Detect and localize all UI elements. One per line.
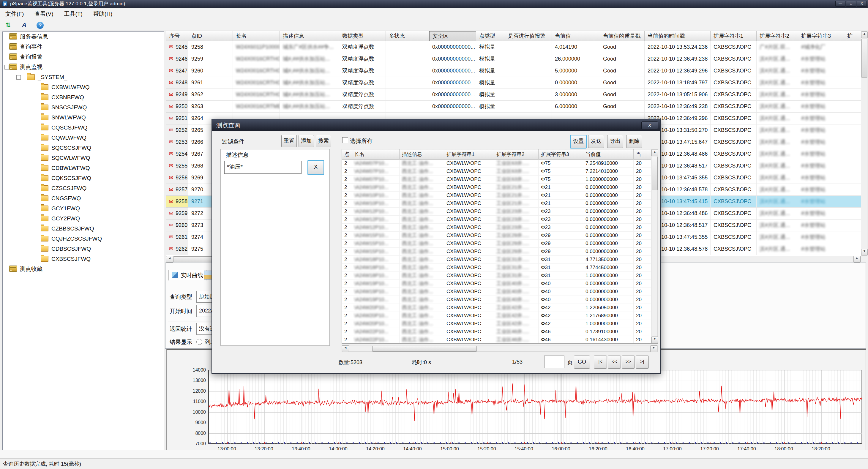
scroll-down-icon[interactable]: ▼ xyxy=(861,249,868,255)
sidebar-item-cngsfwq[interactable]: CNGSFWQ xyxy=(3,193,164,204)
close-button[interactable]: X xyxy=(857,1,867,6)
sidebar-item-cdbscsjfwq[interactable]: CDBSCSJFWQ xyxy=(3,244,164,254)
sidebar-item-cxbscsjfwq[interactable]: CXBSCSJFWQ xyxy=(3,254,164,264)
column-header-9[interactable]: 当前值 xyxy=(552,31,600,41)
column-header-12[interactable]: 扩展字符串1 xyxy=(711,31,756,41)
sidebar-item-cxbnbfwq[interactable]: CXBNBFWQ xyxy=(3,92,164,102)
page-nav-1[interactable]: << xyxy=(608,355,621,369)
dialog-table-row[interactable]: 2\A24W07P10...西北工·油作...CXBWLW\OPC工业区63井.… xyxy=(342,159,651,167)
column-header-1[interactable]: 点ID xyxy=(188,31,233,41)
dialog-table-row[interactable]: 2\A24W22P10...西北工·油作...CXBWLW\OPC工业区46井.… xyxy=(342,336,651,344)
page-nav-3[interactable]: >| xyxy=(636,355,649,369)
column-header-5[interactable]: 多状态 xyxy=(386,31,429,41)
help-icon[interactable]: ? xyxy=(36,22,44,29)
scroll-down-icon[interactable]: ▼ xyxy=(651,337,658,343)
column-header-0[interactable]: 序号 xyxy=(166,31,188,41)
dialog-column-header-0[interactable]: 点 xyxy=(342,149,352,159)
minimize-button[interactable]: — xyxy=(835,1,845,6)
desc-filter-input[interactable]: *油压* xyxy=(224,161,302,174)
sidebar-item-gcy2fwq[interactable]: GCY2FWQ xyxy=(3,214,164,224)
dialog-column-header-2[interactable]: 描述信息 xyxy=(400,149,444,159)
sidebar-item-czscsjfwq[interactable]: CZSCSJFWQ xyxy=(3,183,164,193)
sidebar-item-sqcwlwfwq[interactable]: SQCWLWFWQ xyxy=(3,153,164,163)
dialog-table-row[interactable]: 2\A24W07P10...西北工·油作...CXBWLW\OPC工业区63井.… xyxy=(342,167,651,176)
sidebar-item-cdbwlwfwq[interactable]: CDBWLWFWQ xyxy=(3,163,164,173)
dialog-table-row[interactable]: 2\A24W19P10...西北工·油作...CXBWLW\OPC工业区40井.… xyxy=(342,296,651,304)
dialog-column-header-5[interactable]: 扩展字符串3 xyxy=(538,149,583,159)
column-header-13[interactable]: 扩展字符串2 xyxy=(756,31,798,41)
sidebar-item-测点收藏[interactable]: 测点收藏 xyxy=(3,264,164,274)
sidebar-item-snscsjfwq[interactable]: SNSCSJFWQ xyxy=(3,102,164,113)
dialog-table-row[interactable]: 2\A24W19P10...西北工·油作...CXBWLW\OPC工业区40井.… xyxy=(342,280,651,288)
scroll-up-icon[interactable]: ▲ xyxy=(651,150,658,156)
sidebar-item-查询事件[interactable]: 查询事件 xyxy=(3,42,164,52)
vscroll-thumb[interactable] xyxy=(862,39,867,78)
dialog-table-row[interactable]: 2\A24W07P10...西北工·油作...CXBWLW\OPC工业区63井.… xyxy=(342,176,651,184)
select-all-checkbox[interactable] xyxy=(342,137,348,143)
dialog-vscrollbar[interactable]: ▲ ▼ xyxy=(651,149,658,343)
filter-button-2[interactable]: 搜索 xyxy=(316,135,331,147)
radio-icon[interactable] xyxy=(196,339,202,345)
column-header-6[interactable]: 安全区 xyxy=(429,31,476,41)
column-header-14[interactable]: 扩展字符串3 xyxy=(798,31,844,41)
sidebar-item-cqjhzcscsjfwq[interactable]: CQJHZCSCSJFWQ xyxy=(3,234,164,244)
action-button-0[interactable]: 设置 xyxy=(570,135,587,149)
dialog-table-row[interactable]: 2\A24W22P10...西北工·油作...CXBWLW\OPC工业区46井.… xyxy=(342,328,651,336)
dialog-table-row[interactable]: 2\A24W10P10...西北工·油作...CXBWLW\OPC工业区21井.… xyxy=(342,199,651,208)
scroll-right-icon[interactable]: ► xyxy=(650,345,657,352)
sidebar-item-sqcscsjfwq[interactable]: SQCSCSJFWQ xyxy=(3,143,164,153)
dialog-column-header-6[interactable]: 当前值 xyxy=(583,149,633,159)
clear-filter-button[interactable]: X xyxy=(307,160,324,175)
dialog-column-header-4[interactable]: 扩展字符串2 xyxy=(494,149,538,159)
collapse-icon[interactable] xyxy=(4,65,9,69)
dialog-column-header-7[interactable]: 当 xyxy=(633,149,651,159)
tab-realtime-curve[interactable]: 实时曲线 xyxy=(168,270,207,281)
annotate-icon[interactable]: A xyxy=(20,21,28,29)
table-row[interactable]: ✉92509263W24X0016CRTME...城#,##供水加压站...双精… xyxy=(166,101,862,113)
collapse-icon[interactable] xyxy=(16,75,21,80)
dialog-table-row[interactable]: 2\A24W15P10...西北工·油作...CXBWLW\OPC工业区29井.… xyxy=(342,248,651,256)
sidebar-item-gcy1fwq[interactable]: GCY1FWQ xyxy=(3,204,164,214)
sidebar-item-查询报警[interactable]: 查询报警 xyxy=(3,52,164,62)
sidebar-item-cqwlwfwq[interactable]: CQWLWFWQ xyxy=(3,133,164,143)
dialog-table-row[interactable]: 2\A24W12P10...西北工·油作...CXBWLW\OPC工业区23井.… xyxy=(342,216,651,224)
sidebar-item-czbbscsjfwq[interactable]: CZBBSCSJFWQ xyxy=(3,224,164,234)
dialog-column-header-3[interactable]: 扩展字符串1 xyxy=(444,149,494,159)
table-row[interactable]: ✉92479260W24X0016CRTHO...城#,##供水加压站...双精… xyxy=(166,65,862,77)
menu-item-0[interactable]: 文件(F) xyxy=(0,8,29,20)
filter-button-1[interactable]: 添加 xyxy=(299,135,314,147)
dialog-column-header-1[interactable]: 长名 xyxy=(352,149,400,159)
scroll-right-icon[interactable]: ► xyxy=(854,256,861,262)
dialog-table-row[interactable]: 2\A24W12P10...西北工·油作...CXBWLW\OPC工业区23井.… xyxy=(342,208,651,216)
dialog-table-row[interactable]: 2\A24W18P10...西北工·油作...CXBWLW\OPC工业区31井.… xyxy=(342,272,651,280)
dialog-table-row[interactable]: 2\A24W18P10...西北工·油作...CXBWLW\OPC工业区31井.… xyxy=(342,256,651,264)
dialog-table-row[interactable]: 2\A24W10P10...西北工·油作...CXBWLW\OPC工业区21井.… xyxy=(342,184,651,192)
column-header-11[interactable]: 当前值的时间戳 xyxy=(645,31,711,41)
scroll-left-icon[interactable]: ◄ xyxy=(342,345,349,352)
dialog-title-bar[interactable]: 测点查询 xyxy=(212,119,660,131)
sidebar-item-测点监视[interactable]: 测点监视 xyxy=(3,62,164,72)
filter-button-0[interactable]: 重置 xyxy=(281,135,297,147)
dialog-table-row[interactable]: 2\A24W20P10...西北工·油作...CXBWLW\OPC工业区42井.… xyxy=(342,312,651,320)
sidebar-item-cqkscsjfwq[interactable]: CQKSCSJFWQ xyxy=(3,173,164,183)
table-row[interactable]: ✉92469259W24X0016CRTHO...城#,##供水加压站...双精… xyxy=(166,53,862,65)
action-button-1[interactable]: 发送 xyxy=(588,135,604,148)
action-button-2[interactable]: 导出 xyxy=(607,135,623,148)
dialog-table-row[interactable]: 2\A24W15P10...西北工·油作...CXBWLW\OPC工业区29井.… xyxy=(342,240,651,248)
menu-item-1[interactable]: 查看(V) xyxy=(29,8,59,20)
column-header-3[interactable]: 描述信息 xyxy=(280,31,339,41)
dialog-vscroll-thumb[interactable] xyxy=(652,157,658,190)
sidebar-item-snwlwfwq[interactable]: SNWLWFWQ xyxy=(3,113,164,123)
menu-item-3[interactable]: 帮助(H) xyxy=(88,8,118,20)
menu-item-2[interactable]: 工具(T) xyxy=(59,8,88,20)
scroll-left-icon[interactable]: ◄ xyxy=(166,256,173,262)
page-nav-0[interactable]: |< xyxy=(594,355,607,369)
dialog-hscrollbar[interactable]: ◄ ► xyxy=(342,345,658,352)
sidebar-item-服务器信息[interactable]: 服务器信息 xyxy=(3,32,164,42)
table-row[interactable]: ✉92499262W24X0016CRTHO...城#,##供水加压站...双精… xyxy=(166,89,862,101)
dialog-table-row[interactable]: 2\A24W12P10...西北工·油作...CXBWLW\OPC工业区23井.… xyxy=(342,224,651,232)
dialog-table-row[interactable]: 2\A24W18P10...西北工·油作...CXBWLW\OPC工业区31井.… xyxy=(342,264,651,272)
sync-icon[interactable]: ⇅ xyxy=(4,21,12,29)
column-header-4[interactable]: 数据类型 xyxy=(339,31,386,41)
column-header-8[interactable]: 是否进行值报警 xyxy=(505,31,552,41)
